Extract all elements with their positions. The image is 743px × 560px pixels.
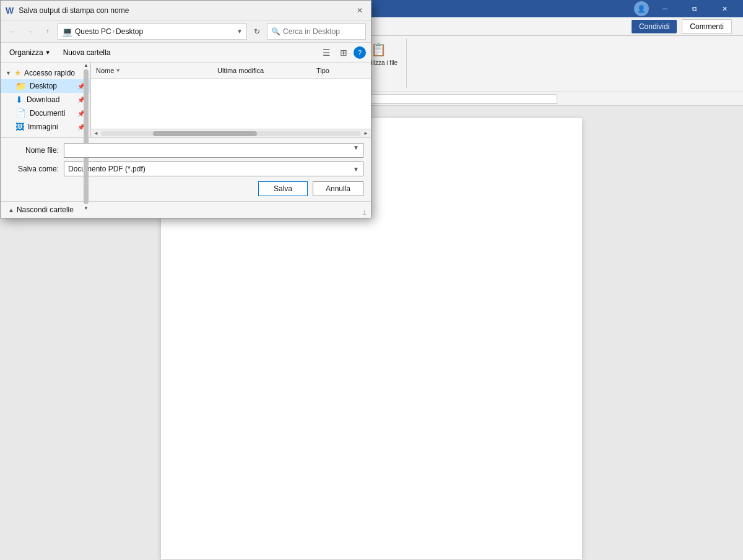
sidebar-item-desktop[interactable]: 📁 Desktop 📌 bbox=[1, 79, 90, 93]
address-dropdown-arrow[interactable]: ▼ bbox=[237, 28, 243, 35]
sidebar-section-header[interactable]: ▼ ★ Accesso rapido bbox=[1, 66, 90, 79]
restore-button[interactable]: ⧉ bbox=[681, 0, 708, 17]
address-parts: Questo PC › Desktop bbox=[75, 27, 143, 36]
word-close-button[interactable]: ✕ bbox=[711, 0, 738, 17]
sidebar-scroll-thumb bbox=[84, 69, 89, 137]
dialog-titlebar: W Salva output di stampa con nome ✕ bbox=[1, 1, 371, 20]
dialog-form-bottom: Nome file: ▼ Salva come: Documento PDF (… bbox=[1, 137, 371, 201]
sidebar-item-immagini[interactable]: 🖼 Immagini 📌 bbox=[1, 120, 90, 134]
dialog-main: Nome ▼ Ultima modifica Tipo ◄ ► bbox=[91, 62, 371, 137]
organizza-label: Organizza bbox=[9, 48, 43, 57]
riutilizza-icon: 📋 bbox=[369, 40, 389, 59]
immagini-label: Immagini bbox=[28, 123, 58, 131]
view-toggle-button[interactable]: ☰ bbox=[319, 45, 334, 60]
annulla-button[interactable]: Annulla bbox=[313, 181, 363, 196]
dialog-action-buttons: Salva Annulla bbox=[8, 181, 363, 196]
horizontal-scrollbar: ◄ ► bbox=[91, 129, 371, 137]
comments-button[interactable]: Commenti bbox=[682, 19, 732, 34]
nome-file-dropdown[interactable]: ▼ bbox=[353, 144, 359, 150]
nome-file-input[interactable] bbox=[68, 146, 353, 155]
sidebar-item-documenti[interactable]: 📄 Documenti 📌 bbox=[1, 106, 90, 120]
toolbar2-right: ☰ ⊞ ? bbox=[319, 45, 366, 60]
section-expand-icon: ▼ bbox=[6, 70, 12, 76]
nome-sort-icon: ▼ bbox=[115, 67, 121, 74]
minimize-button[interactable]: ─ bbox=[651, 0, 679, 17]
resize-handle[interactable]: ⟘ bbox=[362, 209, 370, 217]
section-label: Accesso rapido bbox=[24, 69, 75, 77]
download-label: Download bbox=[27, 95, 59, 104]
salva-come-label: Salva come: bbox=[8, 165, 64, 173]
images-icon: 🖼 bbox=[15, 122, 24, 132]
dialog-nav-toolbar: ← → ↑ 💻 Questo PC › Desktop ▼ ↻ 🔍 bbox=[1, 20, 371, 43]
document-icon: 📄 bbox=[15, 108, 26, 118]
scroll-track[interactable] bbox=[101, 131, 361, 136]
scroll-right-button[interactable]: ► bbox=[362, 130, 370, 137]
nome-file-label: Nome file: bbox=[8, 146, 64, 155]
dialog-close-button[interactable]: ✕ bbox=[354, 4, 366, 17]
search-box[interactable]: 🔍 bbox=[267, 24, 366, 40]
nome-file-row: Nome file: ▼ bbox=[8, 143, 363, 158]
nuova-cartella-button[interactable]: Nuova cartella bbox=[59, 47, 115, 58]
header-ultima-modifica[interactable]: Ultima modifica bbox=[217, 67, 316, 74]
scroll-thumb bbox=[153, 131, 257, 136]
address-desktop[interactable]: Desktop bbox=[116, 27, 143, 36]
save-dialog: W Salva output di stampa con nome ✕ ← → … bbox=[0, 0, 372, 218]
refresh-button[interactable]: ↻ bbox=[250, 24, 264, 39]
salva-come-dropdown-arrow: ▼ bbox=[353, 166, 359, 173]
nome-file-input-wrapper[interactable]: ▼ bbox=[64, 143, 363, 158]
header-nome[interactable]: Nome ▼ bbox=[96, 67, 217, 74]
sidebar-scrollbar: ▲ ▼ bbox=[83, 62, 89, 137]
share-button[interactable]: Condividi bbox=[632, 20, 677, 33]
ribbon-right-actions: Condividi Commenti bbox=[632, 19, 737, 34]
search-input[interactable] bbox=[283, 27, 376, 36]
salva-come-row: Salva come: Documento PDF (*.pdf) ▼ bbox=[8, 162, 363, 176]
up-button[interactable]: ↑ bbox=[40, 24, 55, 39]
file-list bbox=[91, 79, 371, 129]
forward-button[interactable]: → bbox=[23, 24, 38, 39]
salva-come-value: Documento PDF (*.pdf) bbox=[68, 165, 146, 173]
download-icon: ⬇ bbox=[15, 95, 23, 105]
nascondi-cartelle-button[interactable]: ▲ Nascondi cartelle bbox=[8, 205, 74, 214]
sidebar-item-download[interactable]: ⬇ Download 📌 bbox=[1, 93, 90, 106]
dialog-sidebar: ▲ ▼ ▼ ★ Accesso rapido 📁 Desktop bbox=[1, 62, 90, 137]
dialog-app-icon: W bbox=[6, 6, 14, 15]
dialog-body: ▲ ▼ ▼ ★ Accesso rapido 📁 Desktop bbox=[1, 62, 371, 137]
user-avatar: 👤 bbox=[634, 1, 649, 16]
sidebar-container: ▲ ▼ ▼ ★ Accesso rapido 📁 Desktop bbox=[1, 62, 91, 137]
scroll-left-button[interactable]: ◄ bbox=[92, 130, 100, 137]
address-sep-1: › bbox=[113, 28, 115, 35]
salva-come-select[interactable]: Documento PDF (*.pdf) ▼ bbox=[64, 162, 363, 176]
search-icon: 🔍 bbox=[271, 27, 280, 36]
organizza-chevron: ▼ bbox=[45, 50, 51, 56]
salva-button[interactable]: Salva bbox=[258, 181, 308, 196]
address-questo-pc[interactable]: Questo PC bbox=[75, 27, 111, 36]
dialog-title: Salva output di stampa con nome bbox=[19, 6, 349, 15]
header-tipo[interactable]: Tipo bbox=[316, 67, 366, 74]
back-button[interactable]: ← bbox=[6, 24, 20, 39]
dialog-secondary-toolbar: Organizza ▼ Nuova cartella ☰ ⊞ ? bbox=[1, 43, 371, 62]
help-button[interactable]: ? bbox=[354, 46, 366, 59]
nascondi-row: ▲ Nascondi cartelle ⟘ bbox=[1, 201, 371, 218]
documenti-label: Documenti bbox=[30, 109, 65, 118]
star-icon: ★ bbox=[14, 68, 22, 77]
word-window-controls: 👤 ─ ⧉ ✕ bbox=[634, 0, 738, 17]
desktop-label: Desktop bbox=[30, 82, 57, 90]
nascondi-chevron-icon: ▲ bbox=[8, 207, 14, 213]
view-icons-button[interactable]: ⊞ bbox=[336, 45, 351, 60]
sidebar-scroll-up-btn[interactable]: ▲ bbox=[84, 62, 89, 68]
folder-icon-desktop: 📁 bbox=[15, 81, 26, 91]
sidebar-section-accesso-rapido: ▼ ★ Accesso rapido 📁 Desktop 📌 ⬇ Downloa… bbox=[1, 65, 90, 135]
file-headers: Nome ▼ Ultima modifica Tipo bbox=[91, 62, 371, 79]
organizza-button[interactable]: Organizza ▼ bbox=[6, 47, 54, 58]
nascondi-label: Nascondi cartelle bbox=[17, 205, 74, 214]
questo-pc-icon: 💻 bbox=[62, 27, 72, 37]
address-bar[interactable]: 💻 Questo PC › Desktop ▼ bbox=[58, 24, 247, 40]
